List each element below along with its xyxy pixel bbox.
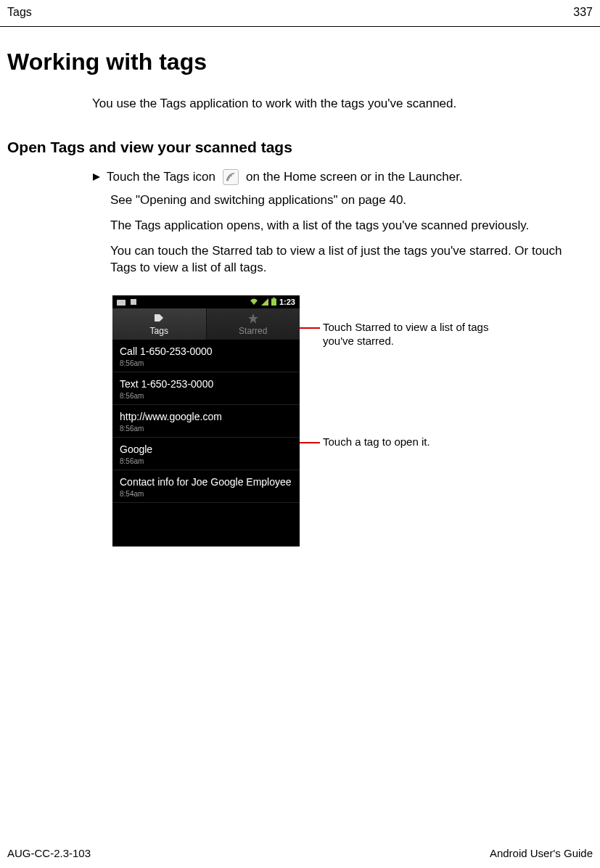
list-item[interactable]: Call 1-650-253-0000 8:56am bbox=[112, 340, 300, 372]
device-screenshot: 1:23 Tags Starred Call 1-650-253-0000 8:… bbox=[112, 295, 300, 546]
list-item-time: 8:54am bbox=[120, 490, 292, 498]
list-item[interactable]: Text 1-650-253-0000 8:56am bbox=[112, 372, 300, 405]
list-item-time: 8:56am bbox=[120, 425, 292, 433]
page-title: Working with tags bbox=[0, 27, 600, 83]
notification-icon bbox=[130, 298, 137, 306]
list-item[interactable]: Contact info for Joe Google Employee 8:5… bbox=[112, 470, 300, 503]
list-item[interactable]: Google 8:56am bbox=[112, 438, 300, 470]
leader-line bbox=[300, 327, 320, 329]
list-item-title: Call 1-650-253-0000 bbox=[120, 345, 292, 357]
step-row: Touch the Tags icon on the Home screen o… bbox=[0, 165, 600, 187]
list-empty-space bbox=[112, 503, 300, 546]
page-footer: AUG-CC-2.3-103 Android User's Guide bbox=[0, 840, 600, 868]
signal-icon bbox=[261, 298, 268, 306]
list-item-time: 8:56am bbox=[120, 392, 292, 400]
leader-line bbox=[300, 442, 320, 443]
paragraph: You can touch the Starred tab to view a … bbox=[0, 237, 600, 279]
svg-marker-7 bbox=[248, 314, 258, 324]
notification-icon bbox=[117, 298, 126, 306]
step-text-after: on the Home screen or in the Launcher. bbox=[246, 170, 463, 184]
svg-rect-2 bbox=[117, 300, 126, 306]
tag-icon bbox=[112, 313, 206, 324]
callouts: Touch Starred to view a list of tags you… bbox=[300, 295, 593, 546]
callout-text: Touch Starred to view a list of tags you… bbox=[320, 320, 509, 348]
paragraph: The Tags application opens, with a list … bbox=[0, 212, 600, 237]
header-page-number: 337 bbox=[573, 6, 593, 19]
tab-starred[interactable]: Starred bbox=[207, 308, 300, 340]
header-section: Tags bbox=[7, 6, 32, 19]
list-item-time: 8:56am bbox=[120, 457, 292, 465]
svg-rect-5 bbox=[273, 298, 275, 299]
step-text-before: Touch the Tags icon bbox=[107, 170, 215, 184]
callout-text: Touch a tag to open it. bbox=[320, 435, 430, 449]
list-item-title: Contact info for Joe Google Employee bbox=[120, 476, 292, 488]
tags-app-icon bbox=[223, 169, 239, 185]
star-icon bbox=[207, 313, 300, 324]
svg-marker-4 bbox=[261, 298, 268, 306]
list-item-title: Google bbox=[120, 443, 292, 455]
intro-paragraph: You use the Tags application to work wit… bbox=[0, 83, 600, 123]
triangle-bullet-icon bbox=[92, 173, 101, 181]
page-header: Tags 337 bbox=[0, 0, 600, 27]
phone-figure: 1:23 Tags Starred Call 1-650-253-0000 8:… bbox=[0, 279, 600, 546]
tab-label: Starred bbox=[239, 326, 267, 336]
status-bar: 1:23 bbox=[112, 295, 300, 308]
tab-label: Tags bbox=[150, 326, 168, 336]
callout-starred: Touch Starred to view a list of tags you… bbox=[300, 320, 509, 348]
footer-right: Android User's Guide bbox=[490, 847, 593, 859]
callout-open-tag: Touch a tag to open it. bbox=[300, 435, 430, 449]
section-heading: Open Tags and view your scanned tags bbox=[0, 123, 600, 165]
svg-marker-0 bbox=[93, 173, 100, 181]
list-item-title: Text 1-650-253-0000 bbox=[120, 378, 292, 390]
list-item-title: http://www.google.com bbox=[120, 411, 292, 422]
footer-left: AUG-CC-2.3-103 bbox=[7, 847, 91, 859]
tab-bar: Tags Starred bbox=[112, 308, 300, 340]
svg-rect-3 bbox=[131, 299, 136, 305]
wifi-icon bbox=[250, 298, 258, 306]
status-time: 1:23 bbox=[279, 298, 295, 306]
svg-point-1 bbox=[227, 179, 229, 181]
list-item[interactable]: http://www.google.com 8:56am bbox=[112, 405, 300, 438]
battery-icon bbox=[271, 298, 276, 306]
paragraph: See "Opening and switching applications"… bbox=[0, 187, 600, 212]
tag-list: Call 1-650-253-0000 8:56am Text 1-650-25… bbox=[112, 340, 300, 546]
svg-rect-6 bbox=[271, 299, 276, 306]
tab-tags[interactable]: Tags bbox=[112, 308, 206, 340]
list-item-time: 8:56am bbox=[120, 359, 292, 367]
